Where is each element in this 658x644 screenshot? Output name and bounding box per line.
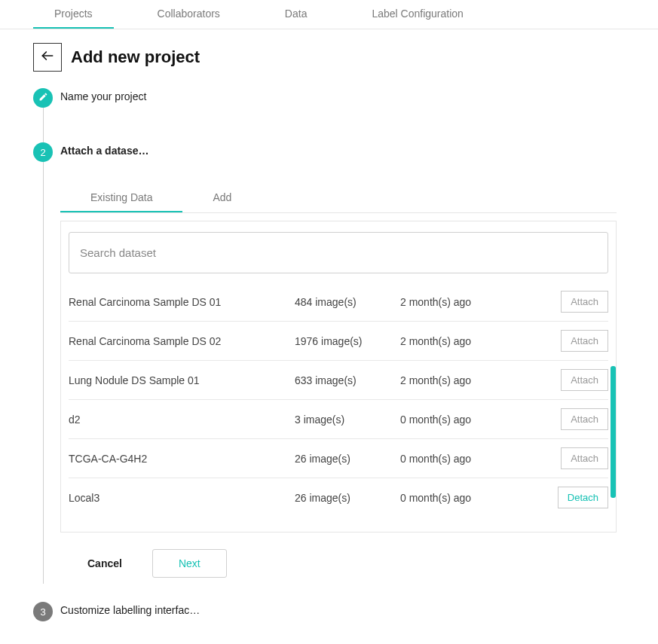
edit-icon [38, 92, 48, 104]
step-2: 2 Attach a datase… Existing Data Add Ren… [33, 142, 658, 584]
dataset-row: Lung Nodule DS Sample 01633 image(s)2 mo… [69, 361, 608, 400]
dataset-action-cell: Attach [546, 369, 608, 391]
tab-collaborators[interactable]: Collaborators [136, 0, 241, 29]
step-2-number: 2 [33, 142, 53, 162]
step-1-label: Name your project [60, 90, 658, 102]
dataset-name: TCGA-CA-G4H2 [69, 453, 295, 465]
dataset-row: TCGA-CA-G4H226 image(s)0 month(s) agoAtt… [69, 439, 608, 478]
attach-button[interactable]: Attach [561, 330, 608, 352]
step-3-label: Customize labelling interfac… [60, 604, 658, 616]
step-3: 3 Customize labelling interfac… [33, 602, 658, 622]
dataset-list: Renal Carcinoma Sample DS 01484 image(s)… [69, 282, 608, 517]
dataset-card: Renal Carcinoma Sample DS 01484 image(s)… [60, 221, 617, 533]
dataset-age: 0 month(s) ago [400, 453, 546, 465]
dataset-row: d23 image(s)0 month(s) agoAttach [69, 400, 608, 439]
dataset-action-cell: Attach [546, 447, 608, 469]
attach-button[interactable]: Attach [561, 408, 608, 430]
dataset-action-cell: Attach [546, 408, 608, 430]
dataset-age: 2 month(s) ago [400, 296, 546, 308]
dataset-age: 0 month(s) ago [400, 414, 546, 426]
page-title: Add new project [71, 47, 200, 67]
dataset-age: 2 month(s) ago [400, 335, 546, 347]
dataset-image-count: 1976 image(s) [295, 335, 400, 347]
arrow-left-icon [40, 48, 55, 66]
dataset-name: Renal Carcinoma Sample DS 02 [69, 335, 295, 347]
back-button[interactable] [33, 43, 62, 72]
detach-button[interactable]: Detach [558, 487, 608, 508]
dataset-name: Lung Nodule DS Sample 01 [69, 374, 295, 386]
attach-button[interactable]: Attach [561, 447, 608, 469]
step-1: Name your project [33, 88, 658, 142]
dataset-row: Renal Carcinoma Sample DS 021976 image(s… [69, 322, 608, 361]
sub-tab-add[interactable]: Add [182, 184, 262, 212]
sub-tabs: Existing Data Add [60, 184, 617, 213]
dataset-age: 2 month(s) ago [400, 374, 546, 386]
scrollbar[interactable] [611, 366, 616, 498]
top-tabs: Projects Collaborators Data Label Config… [0, 0, 658, 29]
step-actions: Cancel Next [60, 549, 617, 578]
dataset-name: Renal Carcinoma Sample DS 01 [69, 296, 295, 308]
sub-tab-existing-data[interactable]: Existing Data [60, 184, 182, 212]
tab-projects[interactable]: Projects [33, 0, 114, 29]
attach-button[interactable]: Attach [561, 291, 608, 313]
tab-label-configuration[interactable]: Label Configuration [350, 0, 484, 29]
dataset-image-count: 26 image(s) [295, 492, 400, 504]
dataset-name: Local3 [69, 492, 295, 504]
dataset-row: Renal Carcinoma Sample DS 01484 image(s)… [69, 282, 608, 322]
step-3-number: 3 [33, 602, 53, 621]
step-1-icon [33, 88, 53, 108]
dataset-action-cell: Detach [546, 487, 608, 508]
stepper: Name your project 2 Attach a datase… Exi… [0, 79, 658, 622]
dataset-action-cell: Attach [546, 291, 608, 313]
dataset-image-count: 633 image(s) [295, 374, 400, 386]
dataset-image-count: 3 image(s) [295, 414, 400, 426]
dataset-action-cell: Attach [546, 330, 608, 352]
dataset-image-count: 484 image(s) [295, 296, 400, 308]
dataset-image-count: 26 image(s) [295, 453, 400, 465]
page-header: Add new project [0, 29, 658, 79]
attach-button[interactable]: Attach [561, 369, 608, 391]
dataset-row: Local326 image(s)0 month(s) agoDetach [69, 478, 608, 517]
cancel-button[interactable]: Cancel [87, 557, 122, 569]
next-button[interactable]: Next [152, 549, 227, 578]
search-input[interactable] [69, 232, 608, 273]
tab-data[interactable]: Data [264, 0, 329, 29]
dataset-name: d2 [69, 414, 295, 426]
step-2-label: Attach a datase… [60, 145, 617, 157]
dataset-age: 0 month(s) ago [400, 492, 546, 504]
